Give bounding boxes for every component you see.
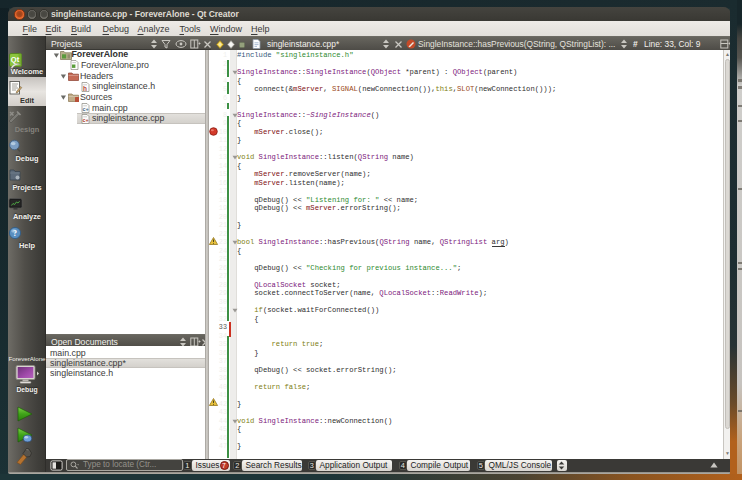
- svg-text:h: h: [83, 84, 87, 91]
- svg-text:?: ?: [13, 229, 17, 238]
- svg-text:c+: c+: [82, 117, 88, 123]
- svg-text:Qt: Qt: [11, 55, 20, 64]
- svg-text:c+: c+: [82, 106, 88, 112]
